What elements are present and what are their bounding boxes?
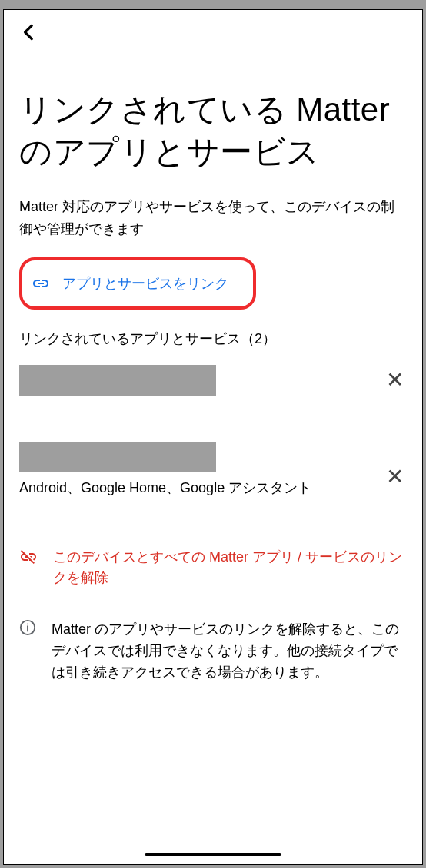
remove-item-button[interactable]: ✕ [378,367,407,393]
back-button[interactable] [19,22,407,46]
link-apps-button[interactable]: アプリとサービスをリンク [19,257,256,310]
home-indicator [145,853,281,856]
link-icon [32,274,50,293]
item-subtitle: Android、Google Home、Google アシスタント [19,479,378,497]
remove-item-button[interactable]: ✕ [378,464,407,489]
linked-item: Android、Google Home、Google アシスタント ✕ [19,442,407,497]
unlink-all-button[interactable]: このデバイスとすべての Matter アプリ / サービスのリンクを解除 [4,547,422,588]
linked-item: ✕ [19,365,407,396]
info-note: Matter のアプリやサービスのリンクを解除すると、このデバイスでは利用できな… [4,619,422,684]
unlink-all-label: このデバイスとすべての Matter アプリ / サービスのリンクを解除 [53,547,407,588]
svg-point-2 [27,623,28,624]
redacted-name [19,365,216,396]
linked-section-heading: リンクされているアプリとサービス（2） [19,330,407,348]
info-text: Matter のアプリやサービスのリンクを解除すると、このデバイスでは利用できな… [52,619,407,684]
info-icon [19,619,36,684]
divider [4,528,422,528]
unlink-icon [19,547,38,567]
page-subtitle: Matter 対応のアプリやサービスを使って、このデバイスの制御や管理ができます [19,196,407,240]
redacted-name [19,442,216,472]
page-title: リンクされている Matter のアプリとサービス [19,89,407,173]
link-apps-label: アプリとサービスをリンク [62,274,228,293]
